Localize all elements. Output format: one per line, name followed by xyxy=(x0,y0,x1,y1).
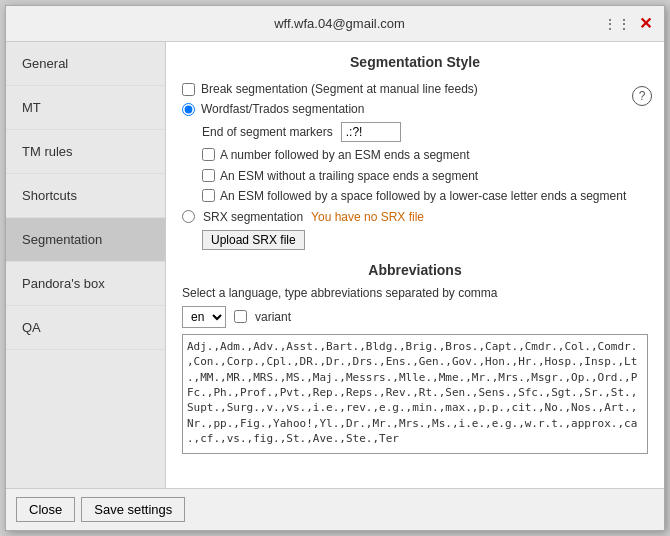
sidebar-item-shortcuts[interactable]: Shortcuts xyxy=(6,174,165,218)
srx-row: SRX segmentation You have no SRX file xyxy=(182,210,648,224)
lowercase-letter-label: An ESM followed by a space followed by a… xyxy=(220,189,626,205)
abbrev-lang-row: Select a language, type abbreviations se… xyxy=(182,286,648,300)
wordfast-trados-radio[interactable] xyxy=(182,103,195,116)
grid-icon: ⋮⋮ xyxy=(603,16,631,32)
number-esm-label: A number followed by an ESM ends a segme… xyxy=(220,148,469,164)
close-button[interactable]: Close xyxy=(16,497,75,522)
break-segmentation-row: Break segmentation (Segment at manual li… xyxy=(182,82,648,96)
footer: Close Save settings xyxy=(6,488,664,530)
lowercase-letter-checkbox[interactable] xyxy=(202,189,215,202)
close-window-button[interactable]: ✕ xyxy=(637,14,654,33)
no-trailing-space-label: An ESM without a trailing space ends a s… xyxy=(220,169,478,185)
help-icon[interactable]: ? xyxy=(632,86,652,106)
abbrev-controls-row: en variant xyxy=(182,306,648,328)
sidebar: General MT TM rules Shortcuts Segmentati… xyxy=(6,42,166,488)
end-of-segment-label: End of segment markers xyxy=(202,125,333,139)
main-content: General MT TM rules Shortcuts Segmentati… xyxy=(6,42,664,488)
titlebar-controls: ⋮⋮ ✕ xyxy=(603,14,654,33)
srx-label: SRX segmentation xyxy=(203,210,303,224)
main-window: wff.wfa.04@gmail.com ⋮⋮ ✕ General MT TM … xyxy=(5,5,665,531)
window-title: wff.wfa.04@gmail.com xyxy=(76,16,603,31)
srx-radio[interactable] xyxy=(182,210,195,223)
sidebar-item-general[interactable]: General xyxy=(6,42,165,86)
language-select[interactable]: en xyxy=(182,306,226,328)
upload-srx-row: Upload SRX file xyxy=(202,230,648,250)
content-area: Segmentation Style ? Break segmentation … xyxy=(166,42,664,488)
wordfast-trados-label: Wordfast/Trados segmentation xyxy=(201,102,364,116)
end-of-segment-row: End of segment markers xyxy=(202,122,648,142)
checkbox1-row: A number followed by an ESM ends a segme… xyxy=(202,148,648,164)
no-trailing-space-checkbox[interactable] xyxy=(202,169,215,182)
sidebar-item-segmentation[interactable]: Segmentation xyxy=(6,218,165,262)
break-segmentation-label: Break segmentation (Segment at manual li… xyxy=(201,82,478,96)
sidebar-item-pandoras-box[interactable]: Pandora's box xyxy=(6,262,165,306)
number-esm-checkbox[interactable] xyxy=(202,148,215,161)
sidebar-item-tm-rules[interactable]: TM rules xyxy=(6,130,165,174)
select-language-label: Select a language, type abbreviations se… xyxy=(182,286,498,300)
variant-label: variant xyxy=(255,310,291,324)
abbreviations-textarea[interactable]: Adj.,Adm.,Adv.,Asst.,Bart.,Bldg.,Brig.,B… xyxy=(182,334,648,454)
sidebar-item-qa[interactable]: QA xyxy=(6,306,165,350)
save-settings-button[interactable]: Save settings xyxy=(81,497,185,522)
end-of-segment-input[interactable] xyxy=(341,122,401,142)
break-segmentation-checkbox[interactable] xyxy=(182,83,195,96)
titlebar: wff.wfa.04@gmail.com ⋮⋮ ✕ xyxy=(6,6,664,42)
upload-srx-button[interactable]: Upload SRX file xyxy=(202,230,305,250)
srx-no-file-text: You have no SRX file xyxy=(311,210,424,224)
wordfast-trados-row: Wordfast/Trados segmentation xyxy=(182,102,648,116)
checkbox3-row: An ESM followed by a space followed by a… xyxy=(202,189,648,205)
segmentation-style-title: Segmentation Style xyxy=(182,54,648,70)
abbreviations-title: Abbreviations xyxy=(182,262,648,278)
sidebar-item-mt[interactable]: MT xyxy=(6,86,165,130)
abbreviations-section: Abbreviations Select a language, type ab… xyxy=(182,262,648,457)
variant-checkbox[interactable] xyxy=(234,310,247,323)
checkbox2-row: An ESM without a trailing space ends a s… xyxy=(202,169,648,185)
